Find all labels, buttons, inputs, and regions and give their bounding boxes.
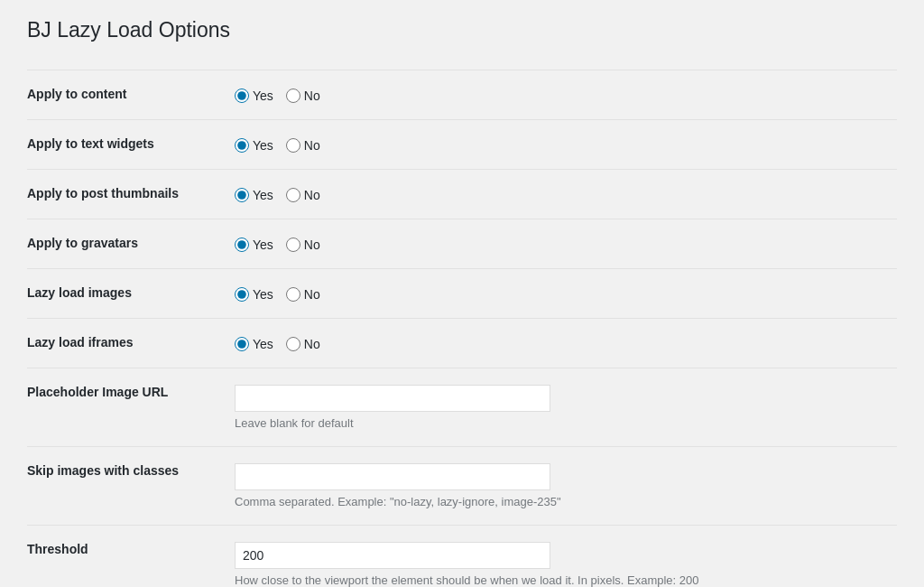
radio-label-yes: Yes <box>253 238 273 252</box>
radio-input-lazy-load-iframes-no[interactable] <box>286 337 300 351</box>
radio-option-lazy-load-images-yes[interactable]: Yes <box>235 287 273 302</box>
settings-row: Lazy load iframesYesNo <box>27 319 897 368</box>
settings-label-lazy-load-iframes: Lazy load iframes <box>27 319 226 368</box>
radio-option-apply-to-text-widgets-no[interactable]: No <box>286 138 320 153</box>
settings-row: Apply to post thumbnailsYesNo <box>27 170 897 219</box>
radio-input-lazy-load-iframes-yes[interactable] <box>235 337 249 351</box>
text-input-skip-images-classes[interactable] <box>235 463 550 490</box>
radio-input-apply-to-gravatars-no[interactable] <box>286 238 300 252</box>
settings-control-lazy-load-images: YesNo <box>226 269 897 319</box>
settings-label-apply-to-post-thumbnails: Apply to post thumbnails <box>27 170 226 219</box>
radio-input-apply-to-content-no[interactable] <box>286 89 300 103</box>
settings-label-placeholder-image-url: Placeholder Image URL <box>27 368 226 447</box>
radio-option-lazy-load-images-no[interactable]: No <box>286 287 320 302</box>
radio-input-apply-to-text-widgets-yes[interactable] <box>235 138 249 153</box>
radio-label-no: No <box>304 287 320 302</box>
page-title: BJ Lazy Load Options <box>27 18 897 51</box>
radio-label-no: No <box>304 337 320 351</box>
radio-label-no: No <box>304 238 320 252</box>
settings-row: Lazy load imagesYesNo <box>27 269 897 319</box>
settings-row: Skip images with classesComma separated.… <box>27 447 897 526</box>
settings-row: Apply to gravatarsYesNo <box>27 219 897 269</box>
radio-input-apply-to-gravatars-yes[interactable] <box>235 238 249 252</box>
hint-text-skip-images-classes: Comma separated. Example: "no-lazy, lazy… <box>235 495 888 508</box>
settings-row: Placeholder Image URLLeave blank for def… <box>27 368 897 447</box>
radio-label-yes: Yes <box>253 337 273 351</box>
settings-control-apply-to-text-widgets: YesNo <box>226 120 897 170</box>
settings-label-threshold: Threshold <box>27 526 226 588</box>
settings-control-apply-to-content: YesNo <box>226 70 897 120</box>
radio-input-apply-to-content-yes[interactable] <box>235 89 249 103</box>
radio-group-apply-to-content: YesNo <box>235 87 888 103</box>
settings-label-apply-to-gravatars: Apply to gravatars <box>27 219 226 269</box>
radio-option-apply-to-text-widgets-yes[interactable]: Yes <box>235 138 273 153</box>
settings-control-lazy-load-iframes: YesNo <box>226 319 897 368</box>
settings-control-skip-images-classes: Comma separated. Example: "no-lazy, lazy… <box>226 447 897 526</box>
settings-label-apply-to-content: Apply to content <box>27 70 226 120</box>
radio-input-apply-to-text-widgets-no[interactable] <box>286 138 300 153</box>
radio-option-apply-to-content-yes[interactable]: Yes <box>235 89 273 103</box>
radio-input-apply-to-post-thumbnails-yes[interactable] <box>235 188 249 202</box>
settings-control-apply-to-post-thumbnails: YesNo <box>226 170 897 219</box>
radio-input-apply-to-post-thumbnails-no[interactable] <box>286 188 300 202</box>
radio-group-lazy-load-iframes: YesNo <box>235 335 888 351</box>
radio-input-lazy-load-images-yes[interactable] <box>235 287 249 302</box>
radio-option-apply-to-post-thumbnails-yes[interactable]: Yes <box>235 188 273 202</box>
page-container: BJ Lazy Load Options Apply to contentYes… <box>0 0 924 587</box>
settings-row: Apply to contentYesNo <box>27 70 897 120</box>
radio-group-apply-to-gravatars: YesNo <box>235 236 888 252</box>
radio-group-lazy-load-images: YesNo <box>235 285 888 302</box>
settings-label-skip-images-classes: Skip images with classes <box>27 447 226 526</box>
settings-table: Apply to contentYesNoApply to text widge… <box>27 70 897 587</box>
radio-label-no: No <box>304 138 320 153</box>
settings-control-apply-to-gravatars: YesNo <box>226 219 897 269</box>
radio-label-yes: Yes <box>253 188 273 202</box>
settings-control-threshold: How close to the viewport the element sh… <box>226 526 897 588</box>
settings-control-placeholder-image-url: Leave blank for default <box>226 368 897 447</box>
radio-group-apply-to-post-thumbnails: YesNo <box>235 186 888 202</box>
radio-label-yes: Yes <box>253 138 273 153</box>
settings-label-apply-to-text-widgets: Apply to text widgets <box>27 120 226 170</box>
radio-option-apply-to-post-thumbnails-no[interactable]: No <box>286 188 320 202</box>
settings-row: Apply to text widgetsYesNo <box>27 120 897 170</box>
radio-input-lazy-load-images-no[interactable] <box>286 287 300 302</box>
radio-label-no: No <box>304 188 320 202</box>
text-input-placeholder-image-url[interactable] <box>235 385 550 412</box>
hint-text-placeholder-image-url: Leave blank for default <box>235 416 888 430</box>
radio-label-yes: Yes <box>253 287 273 302</box>
radio-option-apply-to-content-no[interactable]: No <box>286 89 320 103</box>
text-input-threshold[interactable] <box>235 542 550 569</box>
settings-row: ThresholdHow close to the viewport the e… <box>27 526 897 588</box>
radio-label-no: No <box>304 89 320 103</box>
radio-option-lazy-load-iframes-yes[interactable]: Yes <box>235 337 273 351</box>
radio-option-apply-to-gravatars-no[interactable]: No <box>286 238 320 252</box>
settings-label-lazy-load-images: Lazy load images <box>27 269 226 319</box>
hint-text-threshold: How close to the viewport the element sh… <box>235 573 888 587</box>
radio-option-apply-to-gravatars-yes[interactable]: Yes <box>235 238 273 252</box>
radio-label-yes: Yes <box>253 89 273 103</box>
radio-option-lazy-load-iframes-no[interactable]: No <box>286 337 320 351</box>
radio-group-apply-to-text-widgets: YesNo <box>235 136 888 153</box>
